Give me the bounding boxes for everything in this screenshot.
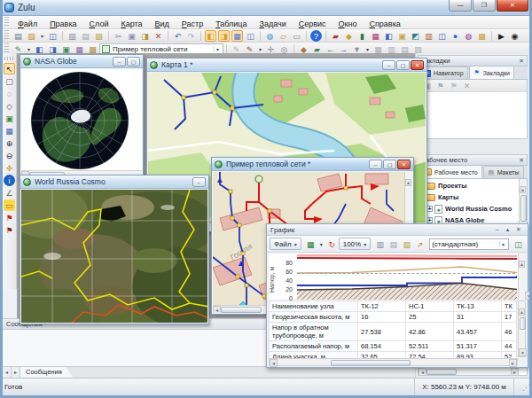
tab-layouts[interactable]: ▤Макеты	[483, 166, 524, 178]
tree-item-1[interactable]: Проекты	[419, 180, 519, 191]
select-rect-tool-icon[interactable]: ▢	[4, 75, 15, 87]
chart-vertical-scrollbar[interactable]: ▲ ▼	[518, 254, 526, 300]
cascade-windows-icon[interactable]: ▱	[278, 30, 289, 42]
cut-icon[interactable]: ✂	[113, 30, 124, 42]
chart-data-table[interactable]: Наименование узлаТК-12НС-1ТК-13ТКГеодези…	[269, 300, 517, 363]
heatnet-maximize-button[interactable]: ▢	[383, 160, 396, 169]
print-preview-icon[interactable]: ▤	[80, 30, 91, 42]
task-icon-6[interactable]: ▣	[396, 30, 408, 42]
cell[interactable]: ТК	[502, 301, 517, 312]
cell[interactable]: 42.86	[406, 323, 454, 341]
expand-icon[interactable]: +	[426, 217, 433, 223]
heatnet-minimize-button[interactable]: –	[369, 160, 382, 169]
grid-tool-icon[interactable]: ▦	[4, 125, 15, 137]
scroll-left-icon[interactable]: ◄	[270, 359, 278, 367]
scroll-right-icon[interactable]: ►	[511, 368, 519, 376]
delete-icon[interactable]: ✕	[153, 30, 164, 42]
cell[interactable]: 51.317	[454, 341, 502, 352]
menu-item-4[interactable]: Карта	[114, 18, 148, 30]
nasa-maximize-button[interactable]: ▢	[127, 57, 140, 66]
task-icon-9[interactable]: ◫	[436, 30, 448, 42]
map1-minimize-button[interactable]: –	[382, 60, 395, 70]
task-icon-2[interactable]: ◆	[343, 30, 355, 42]
scroll-down-icon[interactable]: ▼	[519, 348, 527, 356]
flag-tool-icon[interactable]: ⚑	[4, 212, 15, 223]
workspace-close-icon[interactable]: ✕	[519, 157, 524, 164]
expand-icon[interactable]: +	[426, 206, 433, 212]
save-icon[interactable]: ◫	[47, 30, 59, 42]
split-window-icon[interactable]: ◫	[245, 30, 256, 42]
undo-icon[interactable]: ↶	[172, 30, 184, 42]
resize-grip[interactable]: ⋰	[522, 383, 530, 392]
export-icon[interactable]: ▦	[305, 238, 317, 250]
map1-close-button[interactable]: ✕	[411, 60, 424, 70]
cell[interactable]: 43.457	[454, 323, 502, 341]
record-icon[interactable]: ◉	[509, 30, 520, 42]
tile-windows-icon[interactable]: ▭	[291, 30, 302, 42]
table-horizontal-scrollbar[interactable]: ◄ ►	[269, 358, 518, 366]
nasa-globe-canvas[interactable]: ◄	[21, 69, 142, 178]
task-icon-4[interactable]: ▦	[370, 30, 381, 42]
chart-titlebar[interactable]: График – ▴ ✕	[267, 224, 528, 236]
print-icon[interactable]: ▥	[66, 30, 78, 42]
tab-scroll-right-icon[interactable]: ►	[12, 367, 20, 378]
edit-table-tool-icon[interactable]: ▣	[4, 113, 15, 124]
cell[interactable]: 68.154	[358, 341, 406, 352]
open-dropdown-icon[interactable]: ▾	[39, 30, 45, 42]
select-poly-tool-icon[interactable]: ◇	[4, 100, 15, 112]
task-icon-1[interactable]: ▰	[330, 30, 341, 42]
bookmark-add-icon[interactable]: ⚑	[434, 80, 446, 91]
select-circle-tool-icon[interactable]: ◌	[4, 88, 15, 99]
scroll-left-icon[interactable]: ◄	[213, 306, 221, 313]
task-icon-5[interactable]: ◧	[383, 30, 395, 42]
map-window-icon[interactable]: ▦	[231, 30, 243, 42]
heatnet-titlebar[interactable]: Пример тепловой сети * –▢✕	[212, 158, 413, 171]
page-setup-icon[interactable]: ▧	[401, 238, 412, 250]
heatnet-close-button[interactable]: ✕	[397, 160, 411, 169]
layer-toolbar-grip[interactable]	[4, 43, 9, 53]
tree-item-3[interactable]: +●World Russia Cosmo	[419, 203, 519, 215]
tab-workspace[interactable]: Рабочее место	[419, 165, 482, 178]
page-setup-icon[interactable]: ▧	[93, 30, 105, 42]
bookmark-rename-icon[interactable]: ⚑	[448, 80, 459, 91]
task-icon-12[interactable]: ▩	[476, 30, 488, 42]
menu-item-9[interactable]: Сервис	[293, 18, 332, 30]
chart-plot[interactable]	[297, 254, 517, 300]
scroll-right-icon[interactable]: ►	[509, 359, 517, 367]
scroll-down-icon[interactable]: ▼	[525, 292, 532, 300]
cell[interactable]: ТК-12	[358, 301, 406, 312]
menu-item-2[interactable]: Правка	[43, 18, 82, 30]
zoom-in-tool-icon[interactable]: ⊕	[4, 137, 15, 149]
cosmo-titlebar[interactable]: World Russia Cosmo –	[20, 176, 208, 189]
paste-icon[interactable]: ◨	[139, 30, 151, 42]
cosmo-canvas[interactable]	[21, 190, 207, 323]
new-document-icon[interactable]: ▤	[12, 30, 24, 42]
combo-dropdown-icon[interactable]: ▾	[214, 46, 221, 52]
task-icon-11[interactable]: ◍	[463, 30, 474, 42]
bookmarks-close-icon[interactable]: ✕	[519, 58, 524, 65]
tree-horizontal-scrollbar[interactable]: ◄ ►	[419, 367, 519, 375]
task-icon-7[interactable]: ◩	[410, 30, 421, 42]
select-tool-icon[interactable]: ↖	[4, 63, 15, 74]
cell[interactable]: 17	[502, 312, 517, 323]
help-icon[interactable]: ?	[310, 30, 322, 42]
menu-item-1[interactable]: Файл	[12, 18, 43, 30]
menu-item-7[interactable]: Таблица	[209, 18, 253, 30]
task-icon-3[interactable]: ▮	[356, 30, 368, 42]
main-toolbar-grip[interactable]	[4, 30, 9, 40]
refresh-icon[interactable]: ↻	[326, 238, 338, 250]
bookmarks-list[interactable]	[419, 92, 527, 138]
pan-tool-icon[interactable]: ✜	[4, 162, 15, 174]
open-icon[interactable]: ▨	[26, 30, 37, 42]
chart-style-icon[interactable]: ↗	[414, 238, 426, 250]
palette-grip[interactable]	[4, 57, 15, 60]
task-icon-10[interactable]: ●	[450, 30, 461, 42]
globe-window-icon[interactable]: ◍	[264, 30, 276, 42]
menu-item-10[interactable]: Окно	[332, 18, 364, 30]
window-cosmo[interactable]: World Russia Cosmo –	[20, 175, 209, 324]
flag-delete-tool-icon[interactable]: ⚑	[4, 224, 15, 236]
cell[interactable]: 52.511	[406, 341, 454, 352]
print-icon[interactable]: ▥	[374, 238, 386, 250]
tab-messages[interactable]: Сообщения	[20, 367, 74, 378]
tree-item-2[interactable]: −Карты	[419, 191, 519, 203]
